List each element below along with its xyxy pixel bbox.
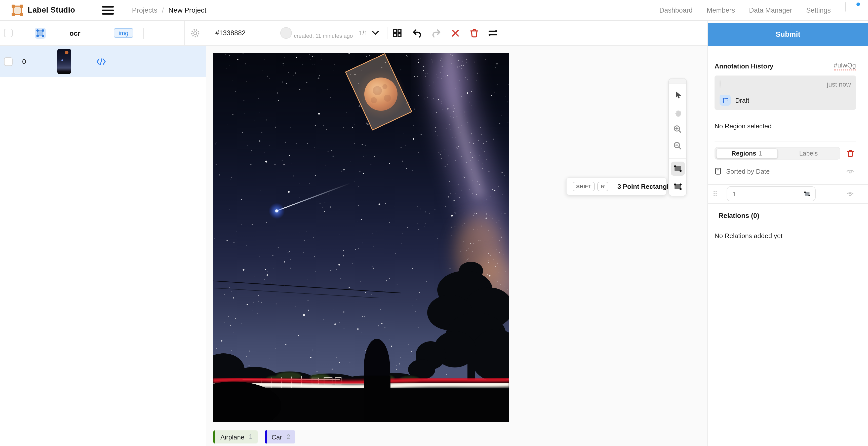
- zoom-out-icon[interactable]: [669, 142, 686, 150]
- img-type-badge[interactable]: img: [114, 28, 133, 38]
- rect-tool-button[interactable]: [671, 161, 685, 176]
- divider: [708, 184, 868, 185]
- redo-icon[interactable]: [432, 28, 441, 38]
- submit-button[interactable]: Submit: [708, 23, 868, 46]
- breadcrumb-separator: /: [162, 6, 164, 14]
- grid-view-icon[interactable]: [392, 28, 402, 38]
- label-hotkey: 1: [249, 434, 252, 441]
- tab-regions-label: Regions: [732, 150, 756, 157]
- annotation-pager: 1/1: [359, 29, 368, 36]
- label-car[interactable]: Car 2: [265, 430, 295, 444]
- label-studio-logo-icon: [11, 4, 24, 17]
- region-sort-row: Sorted by Date: [715, 167, 855, 175]
- label-name: Airplane: [220, 433, 244, 441]
- region-list-item[interactable]: 1: [714, 186, 855, 201]
- menu-icon[interactable]: [102, 6, 114, 14]
- annotation-workspace: #1338882 created, 11 minutes ago 1/1: [206, 21, 708, 446]
- user-avatar[interactable]: [845, 2, 860, 18]
- drag-handle-icon[interactable]: [714, 191, 717, 197]
- column-label-ocr[interactable]: ocr: [69, 29, 81, 37]
- label-color-bar: [265, 430, 267, 444]
- trash-icon[interactable]: [469, 28, 479, 38]
- nav-link-settings[interactable]: Settings: [806, 6, 831, 14]
- history-header: Annotation History #ulwQg: [715, 61, 856, 70]
- swap-views-icon[interactable]: [487, 28, 498, 38]
- brand-title: Label Studio: [28, 5, 75, 14]
- task-list-panel: ocr img 0: [0, 21, 206, 446]
- tooltip-label: 3 Point Rectangle: [617, 182, 672, 190]
- cursor-tool-icon[interactable]: [669, 90, 686, 99]
- regions-labels-tabs: Regions 1 Labels: [715, 147, 855, 159]
- sorted-by-label[interactable]: Sorted by Date: [726, 167, 770, 175]
- reject-close-icon[interactable]: [451, 28, 460, 37]
- region-item-box[interactable]: 1: [726, 186, 816, 201]
- nav-link-members[interactable]: Members: [707, 6, 735, 14]
- annotation-id-link[interactable]: #ulwQg: [834, 61, 856, 70]
- task-id: #1338882: [215, 29, 246, 37]
- header-divider: [144, 27, 144, 38]
- tab-labels-label: Labels: [799, 150, 818, 157]
- history-status: Draft: [735, 96, 749, 104]
- relations-empty-text: No Relations added yet: [715, 232, 782, 240]
- nav-divider: [123, 4, 123, 16]
- task-list-header: ocr img: [0, 21, 206, 46]
- task-toolbar: #1338882 created, 11 minutes ago 1/1: [206, 21, 708, 46]
- task-thumbnail[interactable]: [57, 49, 71, 74]
- label-hotkey: 2: [286, 434, 290, 441]
- avatar: [719, 79, 720, 89]
- bbox-column-icon[interactable]: [35, 27, 46, 38]
- code-icon[interactable]: [96, 58, 106, 65]
- image-canvas-area: Airplane 1 Car 2 SHIFT R 3 Point Rectang…: [206, 46, 708, 446]
- tab-labels[interactable]: Labels: [778, 148, 839, 158]
- breadcrumb-current: New Project: [168, 6, 206, 14]
- tab-regions-count: 1: [759, 150, 762, 157]
- history-item-draft[interactable]: just now Draft: [715, 76, 856, 110]
- header-divider: [59, 27, 59, 38]
- divider: [708, 203, 868, 204]
- history-time: just now: [827, 81, 851, 88]
- top-nav: Label Studio Projects / New Project Dash…: [0, 0, 868, 21]
- select-all-checkbox[interactable]: [4, 29, 12, 37]
- tab-regions[interactable]: Regions 1: [716, 148, 778, 158]
- undo-icon[interactable]: [411, 28, 422, 38]
- task-row-selected[interactable]: 0: [0, 46, 206, 77]
- tool-tooltip: SHIFT R 3 Point Rectangle: [566, 177, 667, 195]
- created-timestamp: created, 11 minutes ago: [294, 32, 353, 38]
- r-keycap: R: [597, 181, 608, 191]
- no-region-text: No Region selected: [715, 122, 772, 130]
- task-image[interactable]: [213, 53, 509, 422]
- breadcrumb-projects[interactable]: Projects: [132, 6, 157, 14]
- thumb-meteor: [61, 59, 63, 61]
- zoom-in-icon[interactable]: [669, 125, 686, 133]
- task-checkbox[interactable]: [4, 57, 12, 66]
- eye-icon[interactable]: [846, 168, 855, 175]
- label-name: Car: [272, 433, 282, 441]
- rect-region-icon: [803, 190, 811, 198]
- gear-icon[interactable]: [190, 28, 200, 38]
- hand-tool-icon[interactable]: [669, 109, 686, 118]
- palette-drag-handle[interactable]: [669, 79, 686, 84]
- relations-title: Relations (0): [718, 212, 759, 219]
- avatar: [845, 2, 846, 11]
- sorted-icon[interactable]: [715, 167, 721, 175]
- label-pills: Airplane 1 Car 2: [213, 430, 295, 444]
- label-color-bar: [213, 430, 215, 444]
- thumb-moon: [65, 51, 68, 54]
- nav-link-dashboard[interactable]: Dashboard: [659, 6, 693, 14]
- delete-regions-trash-icon[interactable]: [846, 149, 855, 157]
- eye-icon[interactable]: [846, 190, 855, 197]
- region-number: 1: [733, 190, 736, 198]
- annotation-sidebar: Submit Annotation History #ulwQg just no…: [708, 21, 868, 446]
- chevron-down-icon[interactable]: [372, 31, 379, 35]
- tool-palette: [668, 78, 687, 196]
- columns-settings-zone: [184, 21, 206, 45]
- draft-icon: [719, 95, 731, 106]
- nav-link-data-manager[interactable]: Data Manager: [749, 6, 792, 14]
- toolbar-divider: [265, 27, 265, 38]
- nav-links: Dashboard Members Data Manager Settings: [659, 2, 861, 18]
- label-airplane[interactable]: Airplane 1: [213, 430, 257, 444]
- annotator-avatar[interactable]: [280, 27, 292, 39]
- rect-3point-tool-button[interactable]: [671, 180, 685, 194]
- divider: [715, 141, 856, 142]
- task-index: 0: [22, 57, 28, 65]
